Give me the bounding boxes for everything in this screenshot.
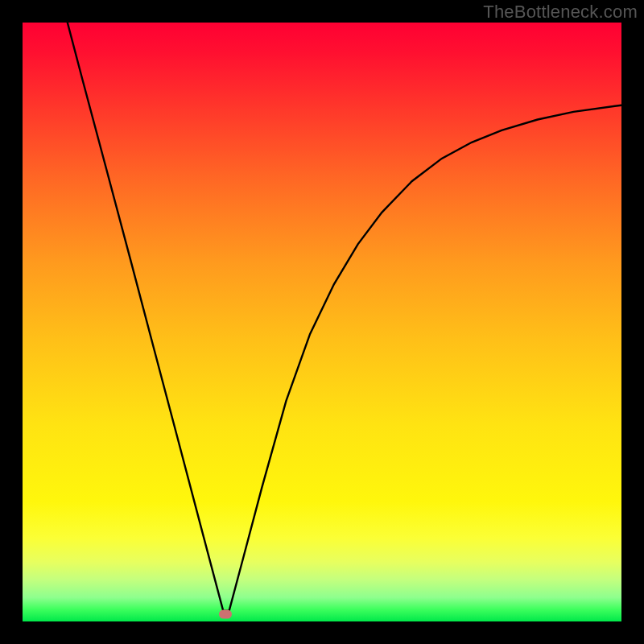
plot-area bbox=[23, 23, 621, 621]
bottleneck-curve bbox=[23, 23, 621, 621]
chart-root: TheBottleneck.com bbox=[0, 0, 644, 644]
minimum-marker bbox=[219, 610, 232, 619]
watermark-text: TheBottleneck.com bbox=[483, 2, 638, 23]
